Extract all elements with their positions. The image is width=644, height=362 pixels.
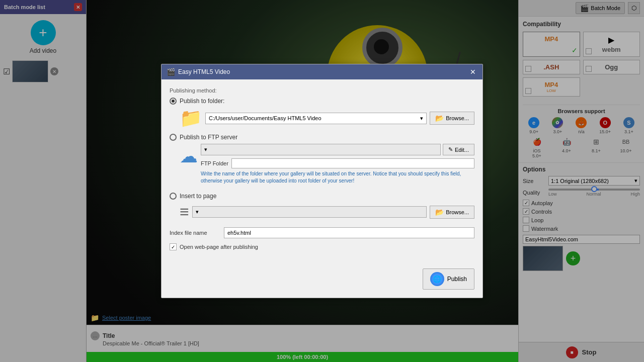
dialog-footer: 🌐 Publish [162,264,482,298]
publish-folder-label: Publish to folder: [180,98,224,105]
dialog-overlay: 🎬 Easy HTML5 Video ✕ Publishing method: … [0,0,644,362]
folder-dropdown-icon: ▾ [420,115,423,122]
insert-icon: ≡ [180,203,189,221]
browse-insert-button[interactable]: 📂 Browse... [430,206,474,219]
dialog-close-button[interactable]: ✕ [468,67,477,76]
open-page-label: Open web-page after publishing [180,244,258,250]
publish-folder-radio-row: Publish to folder: [170,98,474,105]
publish-button[interactable]: 🌐 Publish [423,268,474,290]
publish-ftp-radio-row: Publish to FTP server [170,134,474,141]
publish-ftp-label: Publish to FTP server [180,134,237,141]
publish-folder-radio[interactable] [170,98,177,105]
index-file-input[interactable] [224,227,474,238]
ftp-row: ☁ ▾ ✎ Edit... FTP Folder [180,144,474,190]
open-page-checkbox[interactable]: ✓ [170,243,177,250]
ftp-folder-label: FTP Folder [201,160,228,166]
edit-label: Edit... [455,147,469,153]
ftp-note: Write the name of the folder where your … [201,170,474,185]
publish-ftp-radio[interactable] [170,134,177,141]
folder-path-select[interactable]: C:/Users/user/Documents/Easy HTML5 Video… [205,113,427,124]
ftp-server-row: ▾ ✎ Edit... [201,144,474,155]
ftp-upload-icon: ☁ [180,146,198,167]
dialog-body: Publishing method: Publish to folder: 📁 … [162,79,482,264]
dialog-title: Easy HTML5 Video [178,68,230,75]
dialog-titlebar: 🎬 Easy HTML5 Video ✕ [162,64,482,79]
folder-row: 📁 C:/Users/user/Documents/Easy HTML5 Vid… [180,108,474,129]
publish-label: Publish [447,276,467,283]
edit-icon: ✎ [448,146,453,153]
browse-folder-icon: 📂 [435,114,444,122]
insert-page-radio-row: Insert to page [170,193,474,200]
ftp-server-select[interactable]: ▾ [201,144,441,155]
ftp-edit-button[interactable]: ✎ Edit... [443,144,474,155]
publish-globe-icon: 🌐 [430,272,444,286]
open-page-row: ✓ Open web-page after publishing [170,243,474,250]
browse-folder-button[interactable]: 📂 Browse... [430,112,474,125]
ftp-fields: ▾ ✎ Edit... FTP Folder Write the name of… [201,144,474,190]
browse2-label: Browse... [446,209,469,215]
browse-insert-icon: 📂 [435,208,444,216]
dialog-title-left: 🎬 Easy HTML5 Video [167,68,230,76]
index-row: Index file name [170,227,474,238]
index-label: Index file name [170,230,220,236]
dialog: 🎬 Easy HTML5 Video ✕ Publishing method: … [161,64,483,298]
folder-big-icon: 📁 [180,108,202,129]
insert-select[interactable]: ▾ [192,206,427,218]
ftp-folder-row: FTP Folder [201,158,474,168]
folder-path-value: C:/Users/user/Documents/Easy HTML5 Video [209,115,321,121]
insert-page-label: Insert to page [180,193,216,200]
publishing-method-label: Publishing method: [170,87,474,94]
ftp-folder-input[interactable] [231,158,474,168]
insert-row: ≡ ▾ 📂 Browse... [180,203,474,221]
dialog-app-icon: 🎬 [167,68,175,76]
browse-label: Browse... [446,115,469,121]
insert-dropdown-icon: ▾ [196,209,199,215]
insert-page-radio[interactable] [170,193,177,200]
ftp-server-dropdown-icon: ▾ [204,146,207,152]
